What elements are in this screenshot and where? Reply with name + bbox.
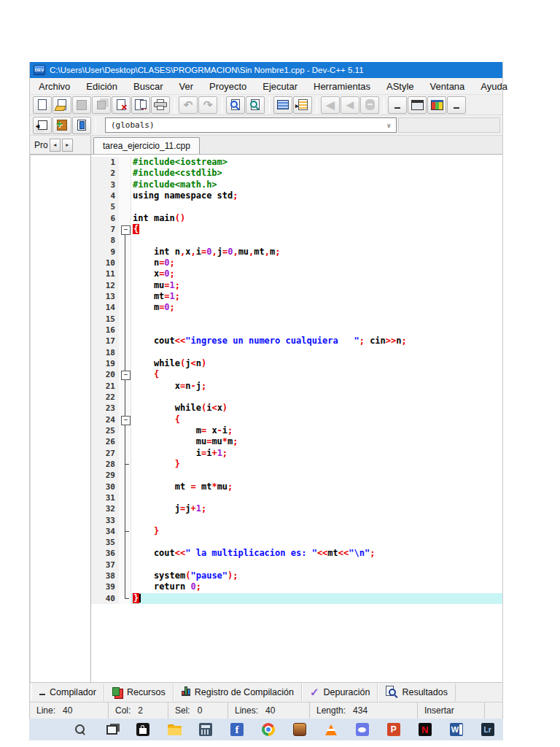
code-line-5[interactable]: 5: [91, 201, 502, 212]
code-line-25[interactable]: 25 m= x-i;: [91, 425, 502, 436]
code-line-7[interactable]: 7{: [91, 224, 502, 235]
code-line-9[interactable]: 9 int n,x,i=0,j=0,mu,mt,m;: [91, 247, 502, 258]
taskbar-game-button[interactable]: [284, 719, 316, 740]
toolbar-button-print[interactable]: [151, 96, 170, 114]
toolbar-button-goto-function[interactable]: [273, 96, 292, 114]
toolbar-button-save[interactable]: [72, 96, 91, 114]
taskbar-calculator-button[interactable]: [190, 719, 222, 740]
title-bar[interactable]: DEV C:\Users\User\Desktop\CLASES\PROGRMA…: [30, 62, 502, 78]
taskbar-search-button[interactable]: [65, 719, 96, 740]
scroll-right-button[interactable]: ▸: [62, 139, 73, 152]
code-line-1[interactable]: 1#include<iostream>: [91, 157, 502, 168]
fold-toggle[interactable]: [119, 224, 131, 235]
code-line-34[interactable]: 34 }: [91, 526, 502, 537]
toolbar-button-back-page[interactable]: ◂: [33, 117, 52, 134]
toolbar-button-project-grid[interactable]: [388, 96, 407, 114]
code-line-18[interactable]: 18: [91, 347, 502, 358]
code-line-21[interactable]: 21 x=n-j;: [91, 381, 502, 392]
code-line-24[interactable]: 24 {: [91, 414, 502, 425]
code-line-19[interactable]: 19 while(j<n): [91, 358, 502, 369]
code-line-22[interactable]: 22: [91, 392, 502, 403]
code-line-23[interactable]: 23 while(i<x): [91, 403, 502, 414]
code-line-3[interactable]: 3#include<math.h>: [91, 179, 502, 190]
menu-item-proyecto[interactable]: Proyecto: [209, 81, 246, 92]
code-line-2[interactable]: 2#include<cstdlib>: [91, 168, 502, 179]
taskbar-lightroom-button[interactable]: Lr: [472, 719, 503, 740]
toolbar-button-new-file[interactable]: [33, 96, 52, 114]
menu-item-ver[interactable]: Ver: [179, 81, 193, 92]
editor-tab-active[interactable]: tarea_ejercicio_11.cpp: [93, 137, 200, 154]
bottom-tab-compilador[interactable]: Compilador: [31, 684, 104, 701]
menu-item-herramientas[interactable]: Herramientas: [314, 81, 370, 92]
scroll-left-button[interactable]: ◂: [50, 139, 61, 152]
code-line-15[interactable]: 15: [91, 314, 502, 325]
code-line-30[interactable]: 30 mt = mt*mu;: [91, 481, 502, 492]
fold-toggle[interactable]: [119, 369, 131, 380]
toolbar-button-run[interactable]: ◀: [341, 96, 359, 114]
menu-item-ejecutar[interactable]: Ejecutar: [262, 81, 298, 92]
toolbar-button-undo[interactable]: ↶: [179, 96, 198, 114]
toolbar-button-window-tiles[interactable]: [447, 96, 466, 114]
code-line-32[interactable]: 32 j=j+1;: [91, 503, 502, 514]
menu-item-edicion[interactable]: Edición: [86, 81, 117, 92]
code-line-14[interactable]: 14 m=0;: [91, 302, 502, 313]
code-line-31[interactable]: 31: [91, 492, 502, 503]
taskbar-facebook-button[interactable]: f: [222, 719, 253, 740]
taskbar-chrome-button[interactable]: [253, 719, 284, 740]
code-line-35[interactable]: 35: [91, 537, 502, 548]
function-selector-combobox[interactable]: (globals) ∨: [105, 117, 397, 133]
menu-item-archivo[interactable]: Archivo: [39, 81, 70, 92]
bottom-tab-recursos[interactable]: Recursos: [104, 684, 174, 701]
taskbar-windows-start-button[interactable]: [34, 719, 65, 740]
menu-item-ventana[interactable]: Ventana: [430, 81, 465, 92]
toolbar-button-open-file[interactable]: [52, 96, 71, 114]
code-line-10[interactable]: 10 n=0;: [91, 258, 502, 268]
bottom-tab-resultados[interactable]: Resultados: [378, 684, 456, 701]
code-line-28[interactable]: 28 }: [91, 459, 502, 470]
taskbar-discord-button[interactable]: [346, 719, 378, 740]
toolbar-button-compile[interactable]: ◀: [321, 96, 340, 114]
toolbar-button-profile[interactable]: [360, 96, 379, 114]
code-line-36[interactable]: 36 cout<<" la multiplicacion es: "<<mt<<…: [91, 548, 502, 559]
taskbar-ms-store-button[interactable]: [128, 719, 159, 740]
code-line-20[interactable]: 20 {: [91, 369, 502, 380]
toolbar-button-add-file[interactable]: +: [52, 117, 71, 134]
toolbar-button-redo[interactable]: ↷: [198, 96, 217, 114]
toolbar-button-close-file[interactable]: ✕: [112, 96, 131, 114]
code-line-29[interactable]: 29: [91, 470, 502, 481]
toolbar-button-window-colored[interactable]: [427, 96, 446, 114]
taskbar-file-explorer-button[interactable]: [159, 719, 190, 740]
code-line-27[interactable]: 27 i=i+1;: [91, 448, 502, 459]
code-line-16[interactable]: 16: [91, 325, 502, 336]
toolbar-button-close-all[interactable]: ✕: [131, 96, 150, 114]
menu-item-astyle[interactable]: AStyle: [386, 81, 414, 92]
code-editor[interactable]: 1#include<iostream>2#include<cstdlib>3#i…: [91, 155, 502, 682]
toolbar-button-save-all[interactable]: [92, 96, 111, 114]
bottom-tab-registro-de-compilacio-n[interactable]: Registro de Compilación: [174, 684, 302, 701]
code-line-26[interactable]: 26 mu=mu*m;: [91, 436, 502, 447]
code-line-11[interactable]: 11 x=0;: [91, 268, 502, 279]
toolbar-button-bar-page[interactable]: [72, 117, 91, 134]
menu-item-ayuda[interactable]: Ayuda: [481, 81, 508, 92]
code-line-8[interactable]: 8: [91, 235, 502, 246]
menu-item-buscar[interactable]: Buscar: [133, 81, 163, 92]
code-line-38[interactable]: 38 system("pause");: [91, 570, 502, 581]
code-line-39[interactable]: 39 return 0;: [91, 581, 502, 592]
toolbar-button-replace[interactable]: [246, 96, 265, 114]
code-line-37[interactable]: 37: [91, 560, 502, 570]
code-line-6[interactable]: 6int main(): [91, 213, 502, 224]
bottom-tab-depuracio-n[interactable]: ✓Depuración: [302, 684, 378, 701]
taskbar-vlc-button[interactable]: [315, 719, 346, 740]
toolbar-button-window-frame[interactable]: [408, 96, 427, 114]
taskbar-netflix-button[interactable]: N: [409, 719, 440, 740]
taskbar-powerpoint-button[interactable]: P: [378, 719, 409, 740]
code-line-12[interactable]: 12 mu=1;: [91, 280, 502, 291]
code-line-33[interactable]: 33: [91, 515, 502, 526]
project-browser-panel[interactable]: [30, 155, 91, 682]
code-line-17[interactable]: 17 cout<<"ingrese un numero cualquiera "…: [91, 336, 502, 347]
code-line-40[interactable]: 40}: [91, 593, 502, 604]
toolbar-button-find[interactable]: [226, 96, 245, 114]
secondary-combobox[interactable]: [398, 117, 500, 133]
taskbar-word-button[interactable]: W: [440, 719, 472, 740]
toolbar-button-goto-line[interactable]: ▸: [293, 96, 312, 114]
